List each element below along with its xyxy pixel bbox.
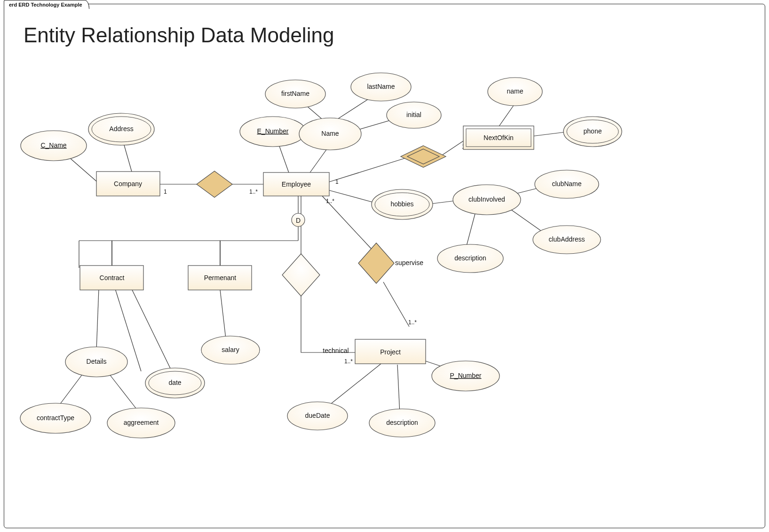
- attr-firstname: firstName: [265, 80, 325, 108]
- svg-text:1: 1: [164, 188, 167, 195]
- erd-canvas: 1 1..* 1 1 1..* 1..* 1..* technical supe…: [0, 0, 769, 532]
- attr-clubname: clubName: [535, 170, 599, 198]
- svg-text:1: 1: [335, 179, 339, 185]
- entity-contract: Contract: [80, 266, 143, 290]
- attr-p-number: P_Number: [432, 361, 499, 391]
- attr-name: Name: [299, 118, 361, 150]
- svg-text:supervise: supervise: [395, 259, 423, 266]
- svg-text:Name: Name: [321, 130, 339, 137]
- svg-text:name: name: [507, 87, 523, 95]
- svg-text:C_Name: C_Name: [40, 141, 66, 149]
- attr-phone: phone: [563, 117, 622, 147]
- attr-lastname: lastName: [351, 73, 411, 101]
- svg-text:Address: Address: [109, 125, 133, 133]
- attr-clubinvolved: clubInvolved: [453, 185, 521, 215]
- svg-text:1..*: 1..*: [326, 198, 334, 204]
- rel-technical: technical: [282, 254, 349, 354]
- attr-hobbies: hobbies: [372, 189, 433, 219]
- svg-marker-12: [358, 243, 394, 283]
- svg-text:description: description: [386, 419, 418, 426]
- entity-employee: Employee: [263, 172, 329, 196]
- svg-text:1..*: 1..*: [344, 358, 353, 365]
- svg-text:1..*: 1..*: [249, 188, 258, 195]
- svg-text:dueDate: dueDate: [305, 412, 330, 419]
- attr-date: date: [145, 368, 205, 398]
- attr-contracttype: contractType: [20, 403, 91, 433]
- rel-supervise: supervise: [358, 243, 423, 283]
- svg-marker-7: [197, 171, 232, 197]
- isa-disjoint: D: [292, 213, 305, 227]
- svg-marker-10: [282, 254, 320, 296]
- svg-text:clubInvolved: clubInvolved: [468, 196, 505, 203]
- rel-employee-nextofkin: [401, 146, 446, 167]
- attr-duedate: dueDate: [287, 402, 348, 430]
- svg-text:technical: technical: [323, 347, 349, 354]
- svg-text:Permenant: Permenant: [204, 274, 237, 282]
- attr-aggreement: aggreement: [107, 408, 175, 438]
- attr-clubaddress: clubAddress: [533, 226, 601, 254]
- entity-company: Company: [96, 172, 160, 196]
- attr-nok-name: name: [488, 78, 542, 106]
- svg-text:initial: initial: [406, 111, 421, 118]
- svg-text:salary: salary: [222, 346, 239, 353]
- svg-text:phone: phone: [584, 127, 602, 135]
- svg-text:Project: Project: [380, 348, 401, 356]
- svg-text:Employee: Employee: [282, 180, 311, 188]
- svg-text:lastName: lastName: [367, 83, 395, 90]
- svg-text:firstName: firstName: [281, 90, 309, 97]
- attr-description-club: description: [437, 244, 503, 273]
- attr-e-number: E_Number: [240, 117, 306, 147]
- attr-c-name: C_Name: [21, 131, 87, 161]
- svg-text:1..*: 1..*: [408, 319, 417, 326]
- svg-text:D: D: [296, 217, 301, 224]
- attr-details: Details: [65, 347, 127, 377]
- svg-text:Details: Details: [87, 358, 107, 365]
- svg-text:Company: Company: [114, 180, 142, 188]
- entity-nextofkin: NextOfKin: [463, 126, 534, 149]
- entity-permanent: Permenant: [188, 266, 252, 290]
- attr-initial: initial: [387, 102, 441, 128]
- svg-text:Contract: Contract: [100, 274, 125, 282]
- rel-company-employee: [197, 171, 232, 197]
- svg-text:P_Number: P_Number: [450, 372, 482, 379]
- svg-text:contractType: contractType: [37, 414, 74, 422]
- svg-text:E_Number: E_Number: [257, 127, 289, 135]
- attr-salary: salary: [201, 336, 260, 364]
- attr-description-proj: description: [369, 409, 435, 437]
- svg-text:aggreement: aggreement: [124, 419, 159, 426]
- svg-text:description: description: [454, 254, 486, 262]
- svg-text:clubName: clubName: [552, 180, 581, 188]
- entity-project: Project: [355, 339, 426, 364]
- svg-text:clubAddress: clubAddress: [548, 235, 585, 243]
- svg-text:date: date: [168, 379, 181, 386]
- attr-address: Address: [88, 113, 154, 145]
- svg-text:hobbies: hobbies: [390, 200, 413, 208]
- svg-text:NextOfKin: NextOfKin: [484, 134, 514, 141]
